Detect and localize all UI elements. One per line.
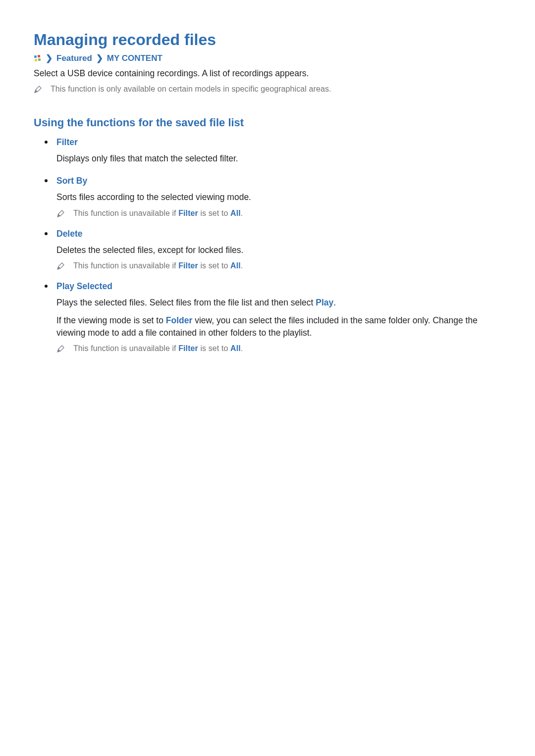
breadcrumb: ❯ Featured ❯ MY CONTENT — [34, 53, 501, 63]
function-description: If the viewing mode is set to Folder vie… — [56, 314, 501, 340]
function-name: Filter — [56, 137, 78, 148]
document-page: Managing recorded files ❯ Featured ❯ MY … — [0, 0, 535, 353]
pencil-icon — [34, 86, 42, 94]
list-item-play-selected: Play Selected Plays the selected files. … — [45, 281, 501, 353]
section-subheading: Using the functions for the saved file l… — [34, 116, 501, 129]
keyword-filter: Filter — [178, 261, 198, 270]
chevron-right-icon: ❯ — [46, 53, 53, 63]
list-item-sortby: Sort By Sorts files according to the sel… — [45, 176, 501, 217]
pencil-icon — [56, 210, 64, 218]
function-description: Deletes the selected files, except for l… — [56, 244, 501, 256]
list-item-filter: Filter Displays only files that match th… — [45, 137, 501, 165]
keyword-filter: Filter — [178, 209, 198, 217]
svg-rect-0 — [34, 55, 37, 58]
function-note-text: This function is unavailable if Filter i… — [73, 261, 243, 270]
function-note-text: This function is unavailable if Filter i… — [73, 209, 243, 218]
availability-note: This function is only available on certa… — [34, 85, 501, 94]
function-description: Plays the selected files. Select files f… — [56, 297, 501, 309]
breadcrumb-item-featured: Featured — [56, 53, 92, 63]
keyword-play: Play — [316, 298, 333, 307]
pencil-icon — [56, 345, 64, 353]
keyword-filter: Filter — [178, 344, 198, 353]
function-note: This function is unavailable if Filter i… — [56, 344, 501, 353]
pencil-icon — [56, 262, 64, 270]
keyword-all: All — [230, 261, 241, 270]
function-note: This function is unavailable if Filter i… — [56, 261, 501, 270]
function-name: Sort By — [56, 176, 87, 186]
keyword-all: All — [230, 344, 241, 353]
page-title: Managing recorded files — [34, 31, 501, 49]
intro-text: Select a USB device containing recording… — [34, 68, 501, 79]
function-description: Sorts files according to the selected vi… — [56, 191, 501, 203]
function-note-text: This function is unavailable if Filter i… — [73, 344, 243, 353]
availability-note-text: This function is only available on certa… — [51, 85, 331, 94]
list-item-delete: Delete Deletes the selected files, excep… — [45, 229, 501, 270]
function-name: Delete — [56, 229, 83, 239]
chevron-right-icon: ❯ — [96, 53, 103, 63]
svg-rect-3 — [38, 58, 41, 61]
smarthub-icon — [34, 54, 42, 62]
svg-rect-2 — [35, 59, 37, 61]
keyword-all: All — [230, 209, 241, 217]
function-description: Displays only files that match the selec… — [56, 152, 501, 165]
keyword-folder: Folder — [166, 315, 192, 325]
function-note: This function is unavailable if Filter i… — [56, 209, 501, 218]
function-name: Play Selected — [56, 281, 112, 292]
function-list: Filter Displays only files that match th… — [34, 137, 501, 353]
svg-rect-1 — [38, 55, 40, 57]
breadcrumb-item-mycontent: MY CONTENT — [107, 53, 162, 63]
